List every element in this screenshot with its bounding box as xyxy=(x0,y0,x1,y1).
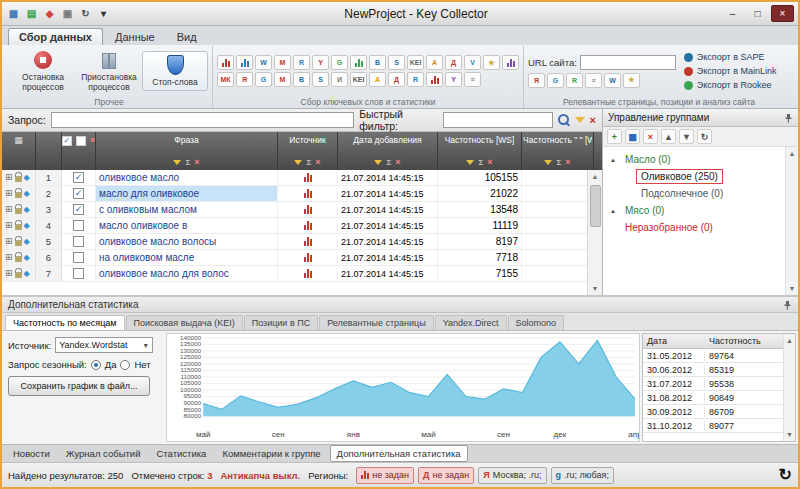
filter-funnel-icon[interactable] xyxy=(294,160,302,165)
clear-filter-icon[interactable]: × xyxy=(194,158,199,167)
table-row[interactable]: ⊞◆2✓масло для оливковое21.07.2014 14:45:… xyxy=(2,186,602,202)
phrase-cell[interactable]: с оливковым маслом xyxy=(96,202,278,217)
stats-tab[interactable]: Поисковая выдача (KEI) xyxy=(126,315,243,330)
region-badge[interactable]: не задан xyxy=(356,467,414,484)
quick-access-icon-0[interactable]: ▦ xyxy=(6,6,21,21)
table-row[interactable]: ⊞◆5оливковое масло волосы21.07.2014 14:4… xyxy=(2,234,602,250)
expand-triangle-icon[interactable]: ▴ xyxy=(609,207,617,215)
ribbon-tab[interactable]: Вид xyxy=(167,29,207,45)
column-header-ws2[interactable]: Частотность " " [WS]Σ× xyxy=(522,132,594,170)
clear-filter-icon[interactable]: × xyxy=(487,158,492,167)
row-checkbox[interactable] xyxy=(73,236,84,247)
scroll-down-icon[interactable]: ▼ xyxy=(786,428,793,441)
service-icon[interactable]: Я xyxy=(236,72,253,87)
save-chart-button[interactable]: Сохранить график в файл... xyxy=(8,376,150,396)
refresh-icon[interactable]: ↻ xyxy=(779,467,792,483)
service-icon[interactable]: W xyxy=(255,55,272,70)
table-vertical-scrollbar[interactable]: ▲ ▼ xyxy=(587,170,602,295)
expand-triangle-icon[interactable]: ▴ xyxy=(609,156,617,164)
quick-access-icon-5[interactable]: ▾ xyxy=(96,6,111,21)
expand-icon[interactable]: ⊞ xyxy=(5,237,13,246)
site-service-icon[interactable]: G xyxy=(547,73,564,88)
service-icon[interactable]: S xyxy=(388,55,405,70)
bottom-tab[interactable]: Дополнительная статистика xyxy=(330,445,468,462)
export-button[interactable]: Экспорт в SAPE xyxy=(684,52,777,62)
expand-icon[interactable]: ⊞ xyxy=(5,253,13,262)
stats-tab[interactable]: Solomono xyxy=(508,315,565,330)
scroll-up-icon[interactable]: ▲ xyxy=(592,170,599,183)
phrase-cell[interactable]: масло оливковое в xyxy=(96,218,278,233)
shield-icon[interactable]: ▦ xyxy=(625,129,640,144)
search-icon[interactable] xyxy=(558,114,570,127)
service-icon[interactable]: KEI xyxy=(350,72,367,87)
service-icon[interactable]: Y xyxy=(445,72,462,87)
column-header-date[interactable]: Дата добавленияΣ× xyxy=(338,132,438,170)
service-icon[interactable]: M xyxy=(274,55,291,70)
service-icon[interactable]: И xyxy=(331,72,348,87)
site-service-icon[interactable]: W xyxy=(604,73,621,88)
phrase-cell[interactable]: оливковое масло для волос xyxy=(96,266,278,281)
pin-icon[interactable] xyxy=(782,300,792,310)
bottom-tab[interactable]: Новости xyxy=(6,445,57,462)
move-down-icon[interactable]: ▼ xyxy=(679,129,694,144)
stats-tab[interactable]: Релевантные страницы xyxy=(319,315,434,330)
row-checkbox[interactable] xyxy=(73,268,84,279)
site-service-icon[interactable]: ≡ xyxy=(585,73,602,88)
sum-icon[interactable]: Σ xyxy=(478,158,483,167)
stats-tab[interactable]: Yandex.Direct xyxy=(435,315,507,330)
bottom-tab[interactable]: Комментарии к группе xyxy=(215,445,327,462)
expand-icon[interactable]: ⊞ xyxy=(5,269,13,278)
close-button[interactable]: × xyxy=(771,5,794,22)
table-row[interactable]: ⊞◆6на оливковом масле21.07.2014 14:45:15… xyxy=(2,250,602,266)
group-tree-item[interactable]: Неразобранное (0) xyxy=(605,219,783,236)
sum-icon[interactable]: Σ xyxy=(185,158,190,167)
ribbon-tab[interactable]: Данные xyxy=(105,29,165,45)
expand-icon[interactable]: ⊞ xyxy=(5,205,13,214)
source-select[interactable]: Yandex.Wordstat ▼ xyxy=(55,337,153,353)
column-header-phrase[interactable]: ФразаΣ× xyxy=(96,132,278,170)
phrase-cell[interactable]: масло для оливковое xyxy=(96,186,278,201)
row-checkbox[interactable] xyxy=(73,220,84,231)
sum-icon[interactable]: Σ xyxy=(306,158,311,167)
service-icon[interactable] xyxy=(236,55,253,70)
filter-funnel-icon[interactable] xyxy=(575,117,585,123)
service-icon[interactable] xyxy=(502,55,519,70)
clear-filter-icon[interactable]: × xyxy=(395,158,400,167)
service-icon[interactable]: R xyxy=(407,72,424,87)
groups-scrollbar[interactable]: ▲ ▼ xyxy=(785,147,798,295)
filter-funnel-icon[interactable] xyxy=(544,160,552,165)
service-icon[interactable] xyxy=(426,72,443,87)
service-icon[interactable]: А xyxy=(369,72,386,87)
filter-funnel-icon[interactable] xyxy=(466,160,474,165)
group-tree-item[interactable]: ▴Мясо (0) xyxy=(605,202,783,219)
clear-filter-icon[interactable]: × xyxy=(590,114,596,126)
expand-icon[interactable]: ⊞ xyxy=(5,221,13,230)
service-icon[interactable]: G xyxy=(331,55,348,70)
region-badge[interactable]: Дне задан xyxy=(418,467,474,484)
table-row[interactable]: ⊞◆3✓с оливковым маслом21.07.2014 14:45:1… xyxy=(2,202,602,218)
service-icon[interactable]: Д xyxy=(388,72,405,87)
refresh-groups-icon[interactable]: ↻ xyxy=(697,129,712,144)
service-icon[interactable]: Д xyxy=(445,55,462,70)
clear-filter-icon[interactable]: × xyxy=(565,158,570,167)
phrase-cell[interactable]: на оливковом масле xyxy=(96,250,278,265)
service-icon[interactable] xyxy=(350,55,367,70)
bottom-tab[interactable]: Журнал событий xyxy=(59,445,148,462)
region-badge[interactable]: ЯМосква; .ru; xyxy=(478,467,546,484)
query-input[interactable] xyxy=(51,112,354,128)
site-url-input[interactable] xyxy=(580,55,676,70)
minimize-button[interactable]: – xyxy=(721,5,744,22)
group-tree-item[interactable]: Оливковое (250) xyxy=(605,168,783,185)
site-service-icon[interactable]: R xyxy=(566,73,583,88)
sum-icon[interactable]: Σ xyxy=(556,158,561,167)
stats-tab[interactable]: Позиции в ПС xyxy=(244,315,319,330)
stats-tab[interactable]: Частотность по месяцам xyxy=(5,315,125,330)
sum-icon[interactable]: Σ xyxy=(386,158,391,167)
pin-icon[interactable] xyxy=(783,113,793,123)
phrase-cell[interactable]: оливковое масло волосы xyxy=(96,234,278,249)
scroll-up-icon[interactable]: ▲ xyxy=(786,334,793,347)
service-icon[interactable]: KEI xyxy=(407,55,424,70)
phrase-cell[interactable]: оливковое масло xyxy=(96,170,278,185)
stop-processes-button[interactable]: Остановка процессов xyxy=(10,46,76,96)
quick-access-icon-4[interactable]: ↻ xyxy=(78,6,93,21)
